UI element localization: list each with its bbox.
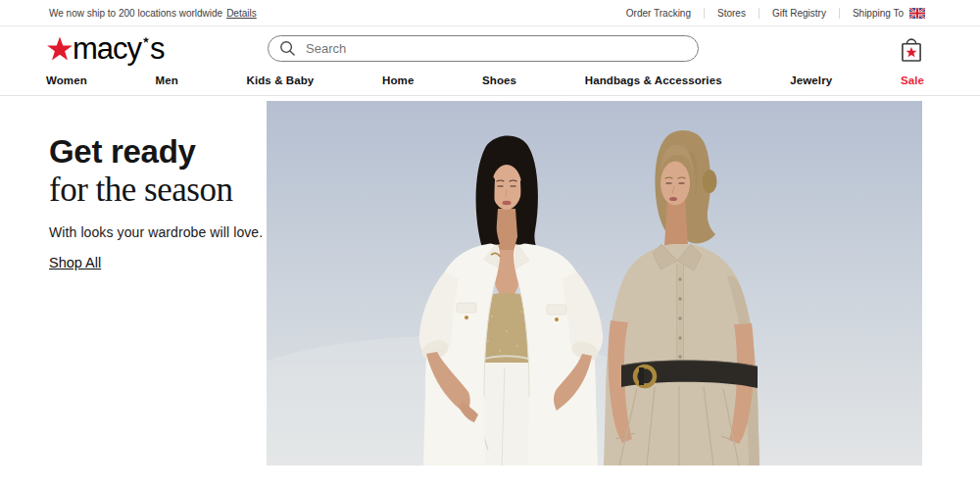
- macys-logo[interactable]: macy s: [45, 32, 165, 66]
- main-header: macy s: [0, 27, 980, 71]
- uk-flag-icon: [909, 8, 925, 19]
- utility-bar: We now ship to 200 locations worldwide D…: [0, 0, 980, 26]
- search-input[interactable]: [304, 40, 688, 57]
- macys-homepage: We now ship to 200 locations worldwide D…: [0, 0, 980, 490]
- hero-heading-line2: for the season: [49, 172, 279, 208]
- hero-image: [267, 101, 922, 466]
- shop-all-link[interactable]: Shop All: [49, 255, 101, 270]
- shipping-to-link[interactable]: Shipping To: [840, 8, 925, 19]
- nav-item-men[interactable]: Men: [156, 74, 178, 95]
- nav-item-handbags-accessories[interactable]: Handbags & Accessories: [585, 74, 722, 95]
- shipping-message-text: We now ship to 200 locations worldwide: [49, 8, 222, 19]
- hero-heading-line1: Get ready: [49, 135, 279, 168]
- category-nav: Women Men Kids & Baby Home Shoes Handbag…: [0, 71, 980, 96]
- search-icon: [279, 40, 296, 57]
- nav-item-home[interactable]: Home: [382, 74, 414, 95]
- logo-s: s: [150, 32, 165, 66]
- search-bar[interactable]: [268, 35, 699, 62]
- utility-links: Order Tracking Stores Gift Registry Ship…: [613, 8, 925, 19]
- nav-item-kids-baby[interactable]: Kids & Baby: [247, 74, 315, 95]
- stores-link[interactable]: Stores: [705, 8, 760, 19]
- order-tracking-link[interactable]: Order Tracking: [613, 8, 705, 19]
- logo-wordmark: macy s: [73, 32, 165, 66]
- nav-item-women[interactable]: Women: [46, 74, 87, 95]
- logo-apostrophe-star-icon: [142, 36, 150, 44]
- shopping-bag-icon[interactable]: [899, 34, 924, 64]
- shipping-message: We now ship to 200 locations worldwide D…: [49, 8, 257, 19]
- hero-subheading: With looks your wardrobe will love.: [49, 224, 279, 240]
- nav-item-shoes[interactable]: Shoes: [482, 74, 516, 95]
- nav-item-jewelry[interactable]: Jewelry: [790, 74, 832, 95]
- logo-star-icon: [45, 35, 74, 65]
- details-link[interactable]: Details: [226, 8, 257, 19]
- hero-section: Get ready for the season With looks your…: [0, 96, 980, 490]
- hero-copy: Get ready for the season With looks your…: [49, 135, 279, 271]
- nav-item-sale[interactable]: Sale: [901, 74, 924, 95]
- logo-word: macy: [73, 32, 141, 66]
- shipping-to-label: Shipping To: [853, 8, 904, 19]
- gift-registry-link[interactable]: Gift Registry: [760, 8, 840, 19]
